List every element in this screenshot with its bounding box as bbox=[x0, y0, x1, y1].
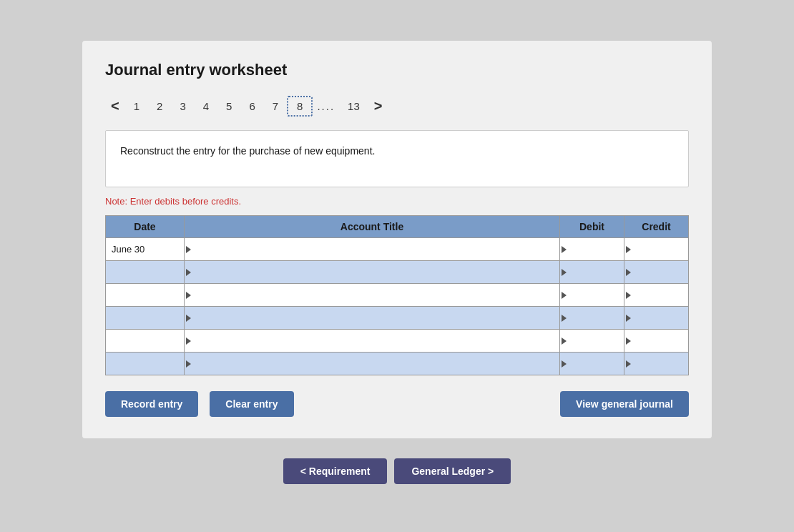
view-general-journal-button[interactable]: View general journal bbox=[560, 391, 689, 417]
account-cell-1[interactable] bbox=[185, 238, 560, 261]
table-row: June 30 bbox=[106, 238, 689, 261]
triangle-icon bbox=[626, 315, 631, 322]
triangle-icon bbox=[186, 360, 191, 368]
triangle-icon bbox=[186, 338, 191, 345]
debit-cell-5[interactable] bbox=[560, 330, 624, 353]
triangle-icon bbox=[626, 246, 631, 253]
credit-cell-6[interactable] bbox=[624, 353, 689, 375]
debit-cell-6[interactable] bbox=[560, 353, 624, 375]
worksheet-card: Journal entry worksheet < 1 2 3 4 5 6 7 … bbox=[82, 41, 712, 438]
triangle-icon bbox=[562, 315, 567, 322]
account-cell-6[interactable] bbox=[185, 353, 560, 375]
table-row bbox=[106, 353, 689, 375]
account-cell-5[interactable] bbox=[185, 330, 560, 353]
account-cell-3[interactable] bbox=[185, 284, 560, 307]
nav-item-5[interactable]: 5 bbox=[217, 97, 240, 115]
triangle-icon bbox=[186, 269, 191, 276]
table-row bbox=[106, 330, 689, 353]
clear-entry-button[interactable]: Clear entry bbox=[210, 391, 293, 417]
general-ledger-button[interactable]: General Ledger > bbox=[394, 458, 511, 484]
triangle-icon bbox=[562, 246, 567, 253]
nav-item-13[interactable]: 13 bbox=[339, 97, 368, 115]
nav-item-8[interactable]: 8 bbox=[287, 96, 313, 117]
debit-cell-1[interactable] bbox=[560, 238, 624, 261]
navigation-row: < 1 2 3 4 5 6 7 8 .... 13 > bbox=[105, 95, 689, 117]
credit-cell-2[interactable] bbox=[624, 261, 689, 284]
triangle-icon bbox=[626, 360, 631, 368]
date-cell-2 bbox=[106, 261, 185, 284]
credit-cell-1[interactable] bbox=[624, 238, 689, 261]
table-row bbox=[106, 307, 689, 330]
triangle-icon bbox=[186, 292, 191, 299]
date-cell-3 bbox=[106, 284, 185, 307]
note-text: Note: Enter debits before credits. bbox=[105, 196, 689, 207]
header-account: Account Title bbox=[185, 216, 560, 238]
instruction-text: Reconstruct the entry for the purchase o… bbox=[120, 144, 674, 159]
outer-wrapper: Journal entry worksheet < 1 2 3 4 5 6 7 … bbox=[0, 26, 794, 506]
credit-cell-5[interactable] bbox=[624, 330, 689, 353]
account-cell-2[interactable] bbox=[185, 261, 560, 284]
triangle-icon bbox=[562, 292, 567, 299]
header-credit: Credit bbox=[624, 216, 689, 238]
date-cell-6 bbox=[106, 353, 185, 375]
bottom-navigation: < Requirement General Ledger > bbox=[283, 458, 511, 484]
instruction-box: Reconstruct the entry for the purchase o… bbox=[105, 130, 689, 187]
triangle-icon bbox=[626, 292, 631, 299]
account-cell-4[interactable] bbox=[185, 307, 560, 330]
triangle-icon bbox=[186, 315, 191, 322]
header-debit: Debit bbox=[560, 216, 624, 238]
table-row bbox=[106, 284, 689, 307]
date-cell-4 bbox=[106, 307, 185, 330]
nav-item-6[interactable]: 6 bbox=[240, 97, 263, 115]
table-row bbox=[106, 261, 689, 284]
credit-cell-3[interactable] bbox=[624, 284, 689, 307]
nav-item-4[interactable]: 4 bbox=[195, 97, 217, 115]
page-title: Journal entry worksheet bbox=[105, 61, 689, 79]
triangle-icon bbox=[562, 338, 567, 345]
nav-item-1[interactable]: 1 bbox=[125, 97, 148, 115]
journal-table: Date Account Title Debit Credit June 30 bbox=[105, 215, 689, 375]
nav-item-2[interactable]: 2 bbox=[148, 97, 171, 115]
triangle-icon bbox=[562, 269, 567, 276]
credit-cell-4[interactable] bbox=[624, 307, 689, 330]
prev-arrow[interactable]: < bbox=[105, 95, 125, 117]
record-entry-button[interactable]: Record entry bbox=[105, 391, 198, 417]
triangle-icon bbox=[562, 360, 567, 368]
triangle-icon bbox=[626, 269, 631, 276]
next-arrow[interactable]: > bbox=[368, 95, 388, 117]
triangle-icon bbox=[186, 246, 191, 253]
triangle-icon bbox=[626, 338, 631, 345]
date-cell-1: June 30 bbox=[106, 238, 185, 261]
date-cell-5 bbox=[106, 330, 185, 353]
debit-cell-4[interactable] bbox=[560, 307, 624, 330]
nav-item-3[interactable]: 3 bbox=[171, 97, 194, 115]
header-date: Date bbox=[106, 216, 185, 238]
nav-ellipsis: .... bbox=[313, 97, 339, 115]
requirement-button[interactable]: < Requirement bbox=[283, 458, 388, 484]
nav-item-7[interactable]: 7 bbox=[264, 97, 287, 115]
button-row: Record entry Clear entry View general jo… bbox=[105, 391, 689, 417]
debit-cell-3[interactable] bbox=[560, 284, 624, 307]
debit-cell-2[interactable] bbox=[560, 261, 624, 284]
